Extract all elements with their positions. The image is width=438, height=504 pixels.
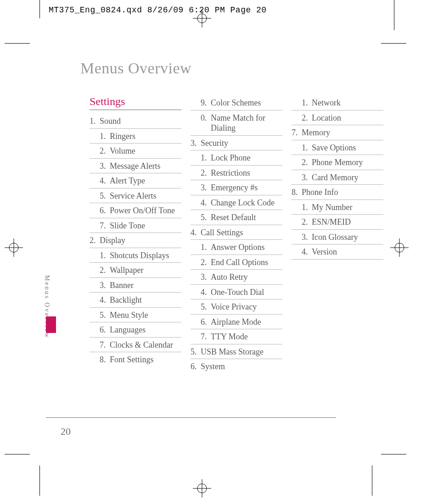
menu-item: 8.Phone Info <box>292 185 383 200</box>
menu-item-number: 2. <box>201 168 211 178</box>
menu-item: 2.Phone Memory <box>292 155 383 170</box>
menu-column-2: 9.Color Schemes0.Name Match for Dialing3… <box>191 95 282 374</box>
menu-item-number: 1. <box>100 131 110 142</box>
menu-item-label: Alert Type <box>110 176 181 186</box>
crop-mark <box>39 0 40 18</box>
menu-item-label: Emergency #s <box>211 183 282 193</box>
menu-item-number: 1. <box>90 116 100 127</box>
menu-item: 1.Network <box>292 95 383 111</box>
menu-item-label: Reset Default <box>211 212 282 223</box>
menu-item: 6.Power On/Off Tone <box>90 203 181 218</box>
menu-item-number: 1. <box>201 153 211 163</box>
menu-item: 3.Auto Retry <box>191 270 282 285</box>
menu-item-label: System <box>201 361 282 372</box>
menu-item-number: 1. <box>100 250 110 261</box>
menu-item: 8.Font Settings <box>90 352 181 367</box>
menu-item: 2.End Call Options <box>191 255 282 270</box>
menu-item-number: 2. <box>302 113 312 123</box>
menu-item-label: Airplane Mode <box>211 317 282 327</box>
menu-item: 4.One-Touch Dial <box>191 285 282 300</box>
crop-mark <box>5 454 30 454</box>
menu-item: 1. Shotcuts Displays <box>90 248 181 263</box>
menu-item: 7.TTY Mode <box>191 329 282 344</box>
menu-item: 3.Icon Glossary <box>292 230 383 245</box>
menu-item-number: 3. <box>100 161 110 172</box>
menu-item-label: Slide Tone <box>110 221 181 231</box>
menu-item-number: 6. <box>201 317 211 327</box>
menu-item-label: Shotcuts Displays <box>110 250 181 261</box>
menu-item-number: 7. <box>292 127 302 138</box>
menu-item-number: 5. <box>191 347 201 357</box>
menu-item-label: Banner <box>110 280 181 291</box>
menu-item: 4.Call Settings <box>191 225 282 240</box>
menu-item-label: Service Alerts <box>110 191 181 201</box>
menu-item-label: Card Memory <box>312 172 383 183</box>
menu-item: 3.Security <box>191 136 282 151</box>
menu-item-label: Restrictions <box>211 168 282 178</box>
menu-item-label: Languages <box>110 325 181 335</box>
menu-item-label: Sound <box>100 116 181 127</box>
menu-item-number: 8. <box>292 187 302 198</box>
menu-item-label: Call Settings <box>201 227 282 238</box>
menu-item-label: TTY Mode <box>211 332 282 342</box>
menu-item: 3.Message Alerts <box>90 159 181 174</box>
menu-item-label: Memory <box>302 127 383 138</box>
menu-item-label: Wallpaper <box>110 265 181 276</box>
menu-item-number: 1. <box>302 143 312 153</box>
menu-item-number: 2. <box>302 157 312 168</box>
menu-item-label: Color Schemes <box>211 98 282 108</box>
menu-item: 2.Display <box>90 233 181 248</box>
menu-item: 7.Slide Tone <box>90 218 181 233</box>
menu-item: 4.Version <box>292 244 383 260</box>
menu-item-label: Phone Memory <box>312 157 383 168</box>
menu-item: 5.USB Mass Storage <box>191 344 282 360</box>
registration-mark-left-icon <box>5 238 23 257</box>
menu-item-label: Message Alerts <box>110 161 181 172</box>
side-accent-bar <box>46 316 56 333</box>
menu-item-number: 7. <box>100 340 110 350</box>
menu-item: 7.Clocks & Calendar <box>90 338 181 353</box>
menu-item-number: 7. <box>201 332 211 342</box>
menu-item-number: 2. <box>100 146 110 156</box>
menu-item-number: 6. <box>100 325 110 335</box>
menu-item-number: 2. <box>302 217 312 227</box>
menu-item-number: 7. <box>100 221 110 231</box>
menu-item-label: Location <box>312 113 383 123</box>
menu-item: 7.Memory <box>292 125 383 140</box>
menu-item-number: 3. <box>201 183 211 193</box>
svg-point-3 <box>197 484 207 493</box>
section-heading-settings: Settings <box>90 95 181 110</box>
menu-item: 5.Service Alerts <box>90 188 181 204</box>
menu-item-label: Name Match for Dialing <box>211 113 282 133</box>
menu-column-1: Settings 1.Sound1.Ringers2.Volume3.Messa… <box>90 95 181 374</box>
menu-item-label: My Number <box>312 202 383 213</box>
crop-mark <box>381 454 406 454</box>
menu-item-label: Network <box>312 98 383 108</box>
menu-item-label: Power On/Off Tone <box>110 205 181 216</box>
crop-mark <box>5 43 30 44</box>
menu-item-number: 4. <box>191 227 201 238</box>
menu-item: 2.Wallpaper <box>90 263 181 278</box>
menu-item-number: 9. <box>201 98 211 108</box>
menu-item-number: 3. <box>302 232 312 243</box>
menu-item-label: Version <box>312 247 383 257</box>
menu-item-number: 1. <box>302 202 312 213</box>
menu-item-number: 1. <box>302 98 312 108</box>
menu-item-label: Display <box>100 235 181 246</box>
menu-item: 9.Color Schemes <box>191 95 282 111</box>
menu-item-label: Ringers <box>110 131 181 142</box>
menu-item: 4.Alert Type <box>90 173 181 188</box>
menu-item: 1.Answer Options <box>191 240 282 255</box>
menu-item: 1.Ringers <box>90 129 181 144</box>
menu-item-number: 3. <box>201 272 211 282</box>
menu-item-label: Save Options <box>312 143 383 153</box>
menu-item: 4.Backlight <box>90 293 181 308</box>
menu-item: 2.Location <box>292 111 383 126</box>
menu-item-number: 4. <box>201 198 211 208</box>
menu-item-number: 2. <box>100 265 110 276</box>
menu-item-label: Security <box>201 138 282 149</box>
menu-item-label: Lock Phone <box>211 153 282 163</box>
menu-item: 3.Card Memory <box>292 170 383 185</box>
menu-item-number: 5. <box>100 191 110 201</box>
crop-mark <box>381 43 406 44</box>
